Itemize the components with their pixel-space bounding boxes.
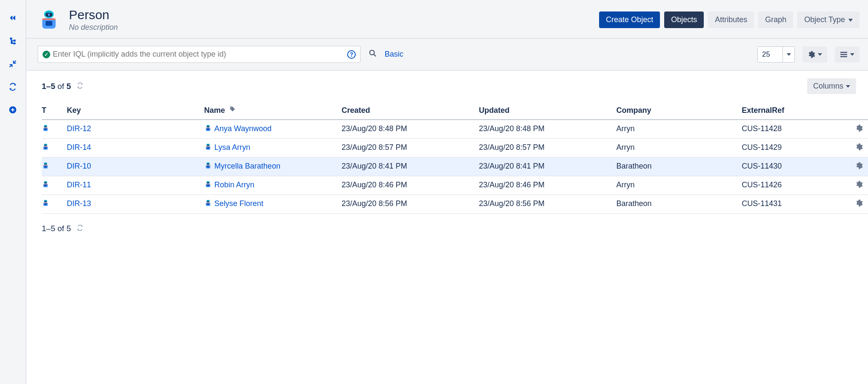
svg-rect-7: [14, 40, 16, 41]
row-actions-icon[interactable]: [855, 163, 863, 171]
shrink-icon[interactable]: [6, 57, 20, 71]
page-size-input[interactable]: [758, 47, 782, 62]
row-updated: 23/Aug/20 8:41 PM: [479, 158, 617, 176]
collapse-icon[interactable]: [6, 11, 20, 25]
iql-valid-icon: ✓: [43, 51, 50, 58]
row-actions-icon[interactable]: [855, 125, 863, 134]
row-external: CUS-11429: [742, 139, 855, 158]
table-row[interactable]: DIR-10 Myrcella Baratheon 23/Aug/20 8:41…: [42, 158, 868, 176]
row-created: 23/Aug/20 8:48 PM: [342, 120, 479, 139]
content-area: 1–5 of 5 Columns T Key: [26, 71, 868, 384]
page-size-dropdown[interactable]: [782, 47, 794, 62]
table-row[interactable]: DIR-14 Lysa Arryn 23/Aug/20 8:57 PM 23/A…: [42, 139, 868, 158]
page-header: Person No description Create Object Obje…: [26, 0, 868, 39]
row-company: Arryn: [616, 120, 742, 139]
create-object-button[interactable]: Create Object: [599, 11, 660, 28]
row-type-icon: [42, 162, 49, 172]
table-row[interactable]: DIR-11 Robin Arryn 23/Aug/20 8:46 PM 23/…: [42, 176, 868, 195]
row-type-icon: [42, 199, 49, 209]
columns-button[interactable]: Columns: [807, 78, 856, 94]
th-company[interactable]: Company: [616, 103, 742, 120]
svg-point-10: [370, 50, 374, 55]
svg-rect-6: [10, 38, 12, 40]
row-name-link[interactable]: Lysa Arryn: [214, 143, 250, 152]
row-type-icon: [42, 143, 49, 153]
row-updated: 23/Aug/20 8:57 PM: [479, 139, 617, 158]
object-type-avatar: [37, 9, 60, 32]
iql-search-wrap: ✓ ?: [37, 46, 361, 63]
view-menu-button[interactable]: [835, 46, 859, 63]
page-title: Person: [69, 8, 118, 22]
row-key-link[interactable]: DIR-13: [67, 199, 91, 208]
row-created: 23/Aug/20 8:57 PM: [342, 139, 479, 158]
add-icon[interactable]: [6, 103, 20, 117]
row-type-icon: [42, 124, 49, 134]
svg-line-11: [374, 54, 376, 57]
row-key-link[interactable]: DIR-12: [67, 124, 91, 133]
tab-objects[interactable]: Objects: [664, 11, 704, 28]
row-name-link[interactable]: Robin Arryn: [214, 181, 254, 189]
row-created: 23/Aug/20 8:41 PM: [342, 158, 479, 176]
th-created[interactable]: Created: [342, 103, 479, 120]
row-created: 23/Aug/20 8:46 PM: [342, 176, 479, 195]
row-name-icon: [204, 199, 212, 209]
page-description: No description: [69, 23, 118, 32]
tab-graph[interactable]: Graph: [758, 11, 793, 28]
row-updated: 23/Aug/20 8:56 PM: [479, 195, 617, 214]
row-updated: 23/Aug/20 8:46 PM: [479, 176, 617, 195]
th-updated[interactable]: Updated: [479, 103, 617, 120]
result-count-top: 1–5 of 5: [42, 82, 83, 91]
th-external[interactable]: ExternalRef: [742, 103, 855, 120]
row-actions-icon[interactable]: [855, 144, 863, 152]
tree-icon[interactable]: [6, 34, 20, 48]
row-key-link[interactable]: DIR-11: [67, 181, 91, 189]
help-icon[interactable]: ?: [347, 50, 356, 59]
tag-icon: [229, 106, 236, 115]
row-company: Baratheon: [616, 158, 742, 176]
row-type-icon: [42, 181, 49, 190]
row-key-link[interactable]: DIR-14: [67, 143, 91, 152]
page-size-selector: [757, 46, 795, 63]
row-external: CUS-11426: [742, 176, 855, 195]
row-company: Baratheon: [616, 195, 742, 214]
row-external: CUS-11431: [742, 195, 855, 214]
object-type-dropdown[interactable]: Object Type: [797, 11, 859, 28]
row-external: CUS-11428: [742, 120, 855, 139]
row-created: 23/Aug/20 8:56 PM: [342, 195, 479, 214]
svg-rect-8: [14, 43, 16, 44]
refresh-icon[interactable]: [6, 80, 20, 94]
table-row[interactable]: DIR-12 Anya Waynwood 23/Aug/20 8:48 PM 2…: [42, 120, 868, 139]
row-actions-icon[interactable]: [855, 181, 863, 190]
th-key[interactable]: Key: [67, 103, 204, 120]
row-company: Arryn: [616, 176, 742, 195]
row-name-icon: [204, 181, 212, 190]
row-company: Arryn: [616, 139, 742, 158]
th-name[interactable]: Name: [204, 103, 342, 120]
tab-attributes[interactable]: Attributes: [708, 11, 754, 28]
refresh-results-bottom-icon[interactable]: [77, 224, 83, 233]
sidebar-rail: [0, 0, 26, 384]
row-updated: 23/Aug/20 8:48 PM: [479, 120, 617, 139]
result-count-bottom: 1–5 of 5: [26, 214, 868, 233]
settings-menu-button[interactable]: [802, 46, 827, 63]
basic-search-link[interactable]: Basic: [385, 50, 403, 59]
iql-search-input[interactable]: [50, 49, 347, 60]
row-name-icon: [204, 124, 212, 134]
row-name-link[interactable]: Myrcella Baratheon: [214, 162, 280, 170]
row-name-icon: [204, 162, 212, 172]
row-name-icon: [204, 143, 212, 153]
row-key-link[interactable]: DIR-10: [67, 162, 91, 170]
toolbar: ✓ ? Basic: [26, 39, 868, 71]
row-name-link[interactable]: Selyse Florent: [214, 199, 263, 208]
objects-table: T Key Name Created Updated Company Exter…: [42, 103, 868, 214]
refresh-results-icon[interactable]: [77, 82, 83, 91]
row-external: CUS-11430: [742, 158, 855, 176]
row-actions-icon[interactable]: [855, 200, 863, 209]
row-name-link[interactable]: Anya Waynwood: [214, 124, 271, 133]
table-row[interactable]: DIR-13 Selyse Florent 23/Aug/20 8:56 PM …: [42, 195, 868, 214]
search-icon[interactable]: [368, 49, 377, 60]
th-type[interactable]: T: [42, 103, 67, 120]
